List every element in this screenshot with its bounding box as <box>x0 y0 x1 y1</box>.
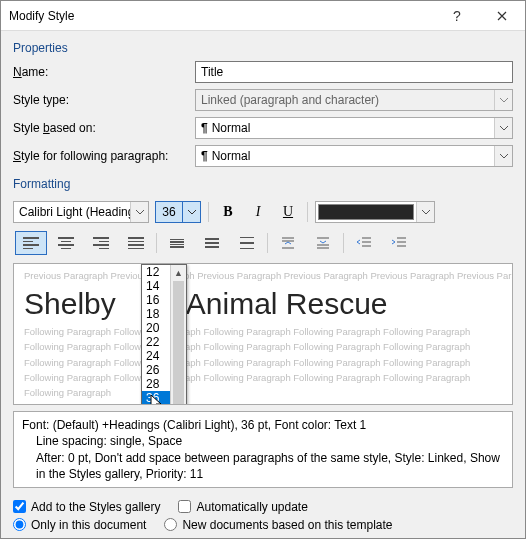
space-before-inc-button[interactable] <box>272 231 304 255</box>
pilcrow-icon: ¶ <box>201 149 208 163</box>
chevron-down-icon[interactable] <box>183 201 201 223</box>
font-size-dropdown[interactable]: 121416182022242628364872 ▲ ▼ <box>141 264 187 405</box>
underline-button[interactable]: U <box>276 201 300 223</box>
align-center-button[interactable] <box>50 231 82 255</box>
following-label: Style for following paragraph: <box>13 149 195 163</box>
spacing-medium-button[interactable] <box>196 231 228 255</box>
spacing-tight-button[interactable] <box>161 231 193 255</box>
preview-pane: Previous Paragraph Previous Paragraph Pr… <box>13 263 513 405</box>
paragraph-toolbar <box>13 231 513 255</box>
align-left-button[interactable] <box>15 231 47 255</box>
indent-decrease-button[interactable] <box>348 231 380 255</box>
properties-heading: Properties <box>13 41 513 55</box>
spacing-loose-button[interactable] <box>231 231 263 255</box>
titlebar[interactable]: Modify Style ? <box>1 1 525 31</box>
auto-update-checkbox[interactable]: Automatically update <box>178 500 307 514</box>
pilcrow-icon: ¶ <box>201 121 208 135</box>
help-button[interactable]: ? <box>433 1 479 31</box>
color-swatch <box>318 204 414 220</box>
add-gallery-checkbox[interactable]: Add to the Styles gallery <box>13 500 160 514</box>
new-documents-radio[interactable]: New documents based on this template <box>164 518 392 532</box>
modify-style-dialog: Modify Style ? Properties Name: Style ty… <box>0 0 526 539</box>
italic-button[interactable]: I <box>246 201 270 223</box>
bold-button[interactable]: B <box>216 201 240 223</box>
align-right-button[interactable] <box>85 231 117 255</box>
preview-title: ShelbyXXld Animal Rescue <box>14 287 512 320</box>
font-family-combo[interactable]: Calibri Light (Headings) <box>13 201 149 223</box>
window-title: Modify Style <box>9 9 433 23</box>
formatting-heading: Formatting <box>13 177 513 191</box>
name-input[interactable] <box>195 61 513 83</box>
scrollbar[interactable]: ▲ ▼ <box>170 265 186 405</box>
svg-text:?: ? <box>453 9 461 23</box>
chevron-down-icon[interactable] <box>130 202 148 222</box>
scroll-up-icon[interactable]: ▲ <box>171 265 186 281</box>
font-color-combo[interactable] <box>315 201 435 223</box>
indent-increase-button[interactable] <box>383 231 415 255</box>
only-document-radio[interactable]: Only in this document <box>13 518 146 532</box>
based-on-combo[interactable]: ¶Normal <box>195 117 513 139</box>
align-justify-button[interactable] <box>120 231 152 255</box>
style-type-combo: Linked (paragraph and character) <box>195 89 513 111</box>
following-combo[interactable]: ¶Normal <box>195 145 513 167</box>
space-before-dec-button[interactable] <box>307 231 339 255</box>
chevron-down-icon[interactable] <box>416 202 434 222</box>
style-description: Font: (Default) +Headings (Calibri Light… <box>13 411 513 488</box>
close-button[interactable] <box>479 1 525 31</box>
based-on-label: Style based on: <box>13 121 195 135</box>
chevron-down-icon <box>494 90 512 110</box>
chevron-down-icon[interactable] <box>494 118 512 138</box>
name-label: Name: <box>13 65 195 79</box>
font-size-combo[interactable]: 36 <box>155 201 201 223</box>
scroll-thumb[interactable] <box>173 281 184 405</box>
chevron-down-icon[interactable] <box>494 146 512 166</box>
style-type-label: Style type: <box>13 93 195 107</box>
